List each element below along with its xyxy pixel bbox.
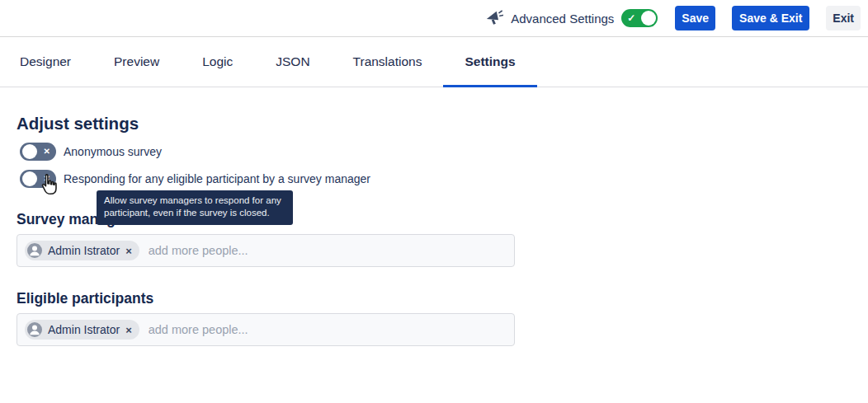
tab-translations[interactable]: Translations xyxy=(332,37,444,87)
manager-responding-toggle[interactable]: ✕ xyxy=(20,170,56,188)
person-chip[interactable]: Admin Istrator × xyxy=(25,320,139,340)
save-button[interactable]: Save xyxy=(675,6,715,30)
chip-label: Admin Istrator xyxy=(48,323,120,336)
add-people-input[interactable] xyxy=(147,322,507,337)
tab-settings[interactable]: Settings xyxy=(443,37,536,87)
page-title: Adjust settings xyxy=(17,114,851,134)
avatar-icon xyxy=(27,243,42,258)
top-toolbar: Advanced Settings ✓ Save Save & Exit Exi… xyxy=(0,0,868,37)
tab-designer[interactable]: Designer xyxy=(0,37,92,87)
settings-panel: Adjust settings ✕ Anonymous survey ✕ Res… xyxy=(0,114,868,346)
check-icon: ✓ xyxy=(627,9,635,27)
avatar-icon xyxy=(27,322,42,337)
eligible-participants-heading: Eligible participants xyxy=(17,290,851,307)
person-chip[interactable]: Admin Istrator × xyxy=(25,241,139,260)
eligible-participants-input[interactable]: Admin Istrator × xyxy=(17,313,515,346)
survey-managers-input[interactable]: Admin Istrator × xyxy=(17,234,515,267)
anonymous-survey-row: ✕ Anonymous survey xyxy=(20,143,851,161)
tab-preview[interactable]: Preview xyxy=(92,37,181,87)
tab-strip: Designer Preview Logic JSON Translations… xyxy=(0,37,868,87)
chip-remove-icon[interactable]: × xyxy=(125,325,132,335)
x-icon: ✕ xyxy=(44,170,50,188)
tab-json[interactable]: JSON xyxy=(254,37,331,87)
toggle-label: Anonymous survey xyxy=(64,145,162,158)
toggle-knob xyxy=(641,11,656,26)
toggle-tooltip: Allow survey managers to respond for any… xyxy=(97,190,293,225)
anonymous-survey-toggle[interactable]: ✕ xyxy=(20,143,56,161)
toggle-knob xyxy=(22,144,37,159)
save-and-exit-button[interactable]: Save & Exit xyxy=(732,6,809,30)
manager-responding-row: ✕ Responding for any eligible participan… xyxy=(20,170,851,188)
x-icon: ✕ xyxy=(44,143,50,161)
tab-logic[interactable]: Logic xyxy=(181,37,254,87)
toggle-label: Responding for any eligible participant … xyxy=(64,172,370,185)
megaphone-icon xyxy=(485,9,503,27)
advanced-settings-label: Advanced Settings xyxy=(511,12,614,26)
chip-remove-icon[interactable]: × xyxy=(125,246,132,256)
add-people-input[interactable] xyxy=(147,243,507,258)
advanced-settings-toggle[interactable]: ✓ xyxy=(621,9,658,27)
advanced-settings-group: Advanced Settings ✓ xyxy=(485,9,658,27)
toggle-knob xyxy=(22,171,37,186)
chip-label: Admin Istrator xyxy=(48,244,120,257)
exit-button[interactable]: Exit xyxy=(826,6,861,30)
